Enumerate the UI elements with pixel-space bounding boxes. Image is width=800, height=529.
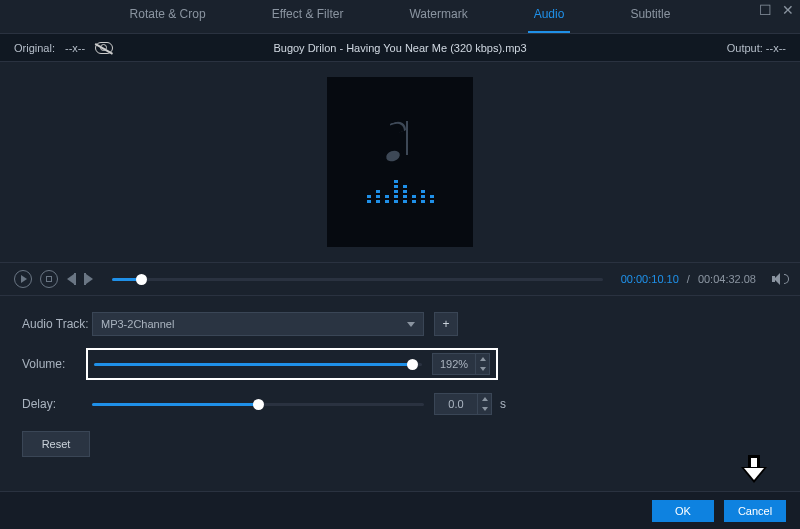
stop-button[interactable]: [40, 270, 58, 288]
tab-subtitle[interactable]: Subtitle: [624, 7, 676, 33]
time-current: 00:00:10.10: [621, 273, 679, 285]
reset-button[interactable]: Reset: [22, 431, 90, 457]
file-title: Bugoy Drilon - Having You Near Me (320 k…: [0, 34, 800, 62]
tab-audio[interactable]: Audio: [528, 7, 571, 33]
maximize-button[interactable]: ☐: [759, 2, 772, 18]
output-value: --x--: [766, 42, 786, 54]
audio-track-select[interactable]: MP3-2Channel: [92, 312, 424, 336]
delay-stepper[interactable]: [478, 393, 492, 415]
header-bar: Original: --x-- Bugoy Drilon - Having Yo…: [0, 34, 800, 62]
cancel-button[interactable]: Cancel: [724, 500, 786, 522]
audio-track-label: Audio Track:: [22, 317, 92, 331]
delay-label: Delay:: [22, 397, 92, 411]
volume-label: Volume:: [22, 357, 92, 371]
volume-value[interactable]: 192%: [432, 353, 476, 375]
music-note-icon: [386, 121, 414, 161]
close-button[interactable]: ✕: [782, 2, 794, 18]
volume-slider[interactable]: [94, 363, 422, 366]
audio-track-value: MP3-2Channel: [101, 318, 174, 330]
seek-slider[interactable]: [112, 278, 603, 281]
tab-watermark[interactable]: Watermark: [403, 7, 473, 33]
next-button[interactable]: [84, 273, 94, 285]
prev-button[interactable]: [66, 273, 76, 285]
add-audio-track-button[interactable]: +: [434, 312, 458, 336]
output-label: Output:: [727, 42, 763, 54]
volume-highlight: 192%: [86, 348, 498, 380]
audio-preview: [327, 77, 473, 247]
delay-slider[interactable]: [92, 403, 424, 406]
play-button[interactable]: [14, 270, 32, 288]
volume-stepper[interactable]: [476, 353, 490, 375]
delay-unit: s: [500, 397, 506, 411]
footer: OK Cancel: [0, 491, 800, 529]
equalizer-icon: [367, 179, 434, 203]
volume-icon[interactable]: [772, 273, 786, 285]
delay-value[interactable]: 0.0: [434, 393, 478, 415]
preview-area: [0, 62, 800, 262]
audio-form: Audio Track: MP3-2Channel + Volume: 192%…: [0, 296, 800, 480]
chevron-down-icon: [407, 322, 415, 327]
tab-bar: Rotate & Crop Effect & Filter Watermark …: [0, 0, 800, 34]
playback-bar: 00:00:10.10/00:04:32.08: [0, 262, 800, 296]
ok-button[interactable]: OK: [652, 500, 714, 522]
time-total: 00:04:32.08: [698, 273, 756, 285]
tab-rotate-crop[interactable]: Rotate & Crop: [124, 7, 212, 33]
time-separator: /: [687, 273, 690, 285]
tab-effect-filter[interactable]: Effect & Filter: [266, 7, 350, 33]
